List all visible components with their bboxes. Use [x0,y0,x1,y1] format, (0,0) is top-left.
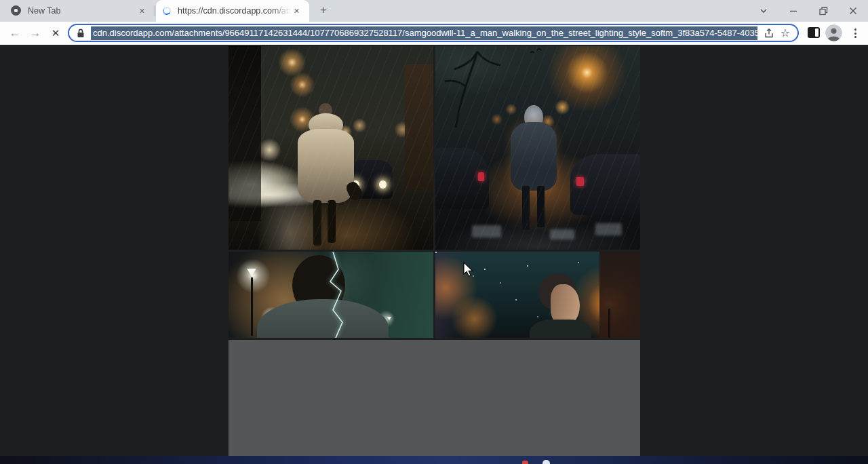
tab-separator [155,5,155,16]
minimize-button[interactable] [778,0,808,22]
restore-button[interactable] [808,0,838,22]
quadrant-2-man-dark-hoodie [435,46,640,250]
lamp-pole [608,309,610,338]
tab-title: New Tab [28,6,136,16]
grid-row-bottom [229,252,640,338]
rain-overlay [229,46,433,250]
side-panel-icon[interactable] [808,27,820,38]
window-controls [749,0,868,22]
browser-menu-kebab-icon[interactable] [851,25,859,41]
taskbar-app-icon[interactable] [522,461,528,464]
tab-new-tab[interactable]: New Tab ✕ [5,0,153,21]
forward-button[interactable]: → [26,22,45,45]
profile-avatar[interactable] [825,24,842,41]
street-lamp-icon [387,317,391,320]
lock-icon [77,28,85,38]
share-icon[interactable] [764,28,774,39]
quadrant-1-man-beige-coat [229,46,433,250]
tab-active-discord-cdn[interactable]: https://cdn.discordapp.com/atta ✕ [156,0,309,22]
figure-hooded-shoulders [257,299,388,338]
chromium-favicon-icon [11,5,21,16]
bookmark-star-icon[interactable]: ☆ [781,28,790,39]
url-text-selected[interactable]: cdn.discordapp.com/attachments/966491171… [91,26,757,40]
attachment-image-grid[interactable] [229,46,640,456]
snow-dots [435,252,437,253]
lightning-bolt [325,252,345,338]
tab-strip: New Tab ✕ https://cdn.discordapp.com/att… [0,0,868,22]
tab-title: https://cdn.discordapp.com/atta [178,6,291,16]
mouse-cursor [463,262,474,277]
address-bar[interactable]: cdn.discordapp.com/attachments/966491171… [68,24,799,42]
windows-taskbar-sliver[interactable] [0,456,868,464]
figure-shoulders [530,320,591,339]
page-content [0,45,868,456]
taskbar-app-icon[interactable] [542,460,550,464]
person-icon [825,24,842,41]
page-loading-spinner-icon [162,6,172,16]
stop-loading-button[interactable]: ✕ [46,22,65,45]
building-silhouette [599,252,640,338]
street-lamp-icon [247,269,256,276]
new-tab-button[interactable]: + [316,3,331,18]
lamp-pole [251,277,253,336]
profile-man-figure [534,273,587,338]
back-button[interactable]: ← [5,22,24,45]
tab-search-chevron-icon[interactable] [749,0,778,22]
tab-close-icon[interactable]: ✕ [136,5,148,16]
grid-row-top [229,46,640,250]
close-window-button[interactable] [838,0,868,22]
tab-close-icon[interactable]: ✕ [291,5,302,17]
image-loading-placeholder [229,340,640,456]
browser-toolbar: ← → ✕ cdn.discordapp.com/attachments/966… [0,22,868,45]
rain-overlay [435,46,640,250]
quadrant-3-lightning-lamps [229,252,433,338]
side-panel-icon-bar [815,28,818,37]
